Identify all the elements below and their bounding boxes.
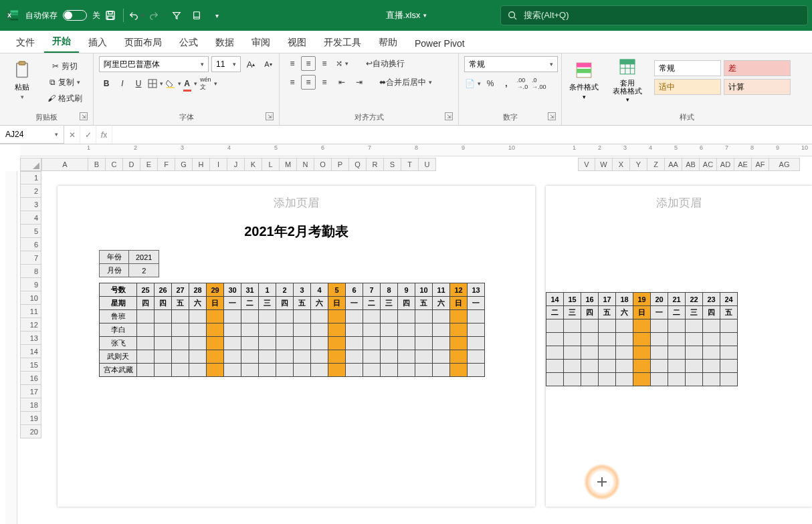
menu-tab-3[interactable]: 页面布局 [116,33,170,53]
row-header[interactable]: 7 [20,251,41,265]
wrap-text-button[interactable]: ↩ 自动换行 [361,56,409,71]
menu-tab-10[interactable]: Power Pivot [407,34,473,53]
col-header[interactable]: W [595,158,613,171]
menu-tab-1[interactable]: 开始 [44,31,79,53]
col-header[interactable]: AE [734,158,752,171]
row-header[interactable]: 18 [20,398,41,412]
attendance-table-left[interactable]: 号数2526272829303112345678910111213星期四四五六日… [99,283,485,377]
col-header[interactable]: T [401,158,419,171]
col-header[interactable]: A [41,158,88,171]
col-header[interactable]: D [123,158,140,171]
align-middle-icon[interactable]: ≡ [301,56,316,71]
font-size-select[interactable]: 11 [211,56,241,72]
add-header-placeholder-2[interactable]: 添加页眉 [546,186,812,220]
col-header[interactable]: F [158,158,175,171]
touch-mode-icon[interactable] [188,7,205,24]
col-header[interactable]: R [367,158,384,171]
align-center-icon[interactable]: ≡ [301,75,316,90]
name-box[interactable]: AJ24▾ [0,126,64,144]
decrease-indent-icon[interactable]: ⇤ [334,75,349,90]
col-header[interactable]: O [314,158,332,171]
paste-button[interactable]: 粘贴▾ [5,56,39,103]
col-header[interactable]: H [193,158,210,171]
phonetic-button[interactable]: wén文 [199,76,218,91]
col-header[interactable]: K [245,158,262,171]
cancel-edit-icon[interactable]: ✕ [64,126,80,144]
align-left-icon[interactable]: ≡ [285,75,300,90]
col-header[interactable]: G [175,158,193,171]
row-header[interactable]: 6 [20,238,41,251]
formula-input[interactable] [112,126,812,144]
clipboard-dialog-icon[interactable]: ⇲ [80,112,88,120]
col-header[interactable]: Q [349,158,367,171]
menu-tab-8[interactable]: 开发工具 [316,33,369,53]
cut-button[interactable]: ✂剪切 [43,59,87,74]
col-header[interactable]: AF [752,158,769,171]
col-header[interactable]: E [140,158,158,171]
cell-style-good[interactable]: 适中 [654,79,721,95]
col-header[interactable]: L [262,158,280,171]
redo-button[interactable] [148,7,165,24]
increase-font-icon[interactable]: A▴ [243,57,258,72]
col-header[interactable]: AG [769,158,800,171]
cell-style-calc[interactable]: 计算 [724,79,791,95]
col-header[interactable]: V [578,158,595,171]
filter-icon[interactable] [168,7,185,24]
col-header[interactable]: AB [682,158,700,171]
format-painter-button[interactable]: 🖌格式刷 [43,91,87,106]
add-header-placeholder[interactable]: 添加页眉 [58,186,535,220]
alignment-dialog-icon[interactable]: ⇲ [445,112,453,120]
number-format-select[interactable]: 常规 [464,56,558,72]
col-header[interactable]: AD [717,158,734,171]
save-icon[interactable] [102,7,119,24]
autosave-toggle[interactable] [63,10,87,21]
menu-tab-0[interactable]: 文件 [8,33,43,53]
col-header[interactable]: P [332,158,349,171]
row-header[interactable]: 13 [20,332,41,345]
row-header[interactable]: 14 [20,345,41,358]
col-header[interactable]: AC [700,158,717,171]
border-button[interactable] [147,76,164,91]
menu-tab-2[interactable]: 插入 [80,33,115,53]
row-header[interactable]: 20 [20,425,41,438]
row-header[interactable]: 3 [20,198,41,211]
increase-decimal-icon[interactable]: .00→.0 [515,76,530,91]
search-box[interactable]: 搜索(Alt+Q) [500,5,808,25]
row-header[interactable]: 9 [20,278,41,291]
undo-button[interactable] [128,7,145,24]
col-header[interactable]: I [210,158,227,171]
col-header[interactable]: X [613,158,630,171]
comma-format-icon[interactable]: , [499,76,514,91]
qat-customize-icon[interactable]: ▾ [208,7,225,24]
row-header[interactable]: 19 [20,412,41,425]
column-headers[interactable]: ABCDEFGHIJKLMNOPQRSTU [41,158,436,171]
row-header[interactable]: 15 [20,358,41,372]
row-header[interactable]: 17 [20,385,41,398]
confirm-edit-icon[interactable]: ✓ [80,126,96,144]
orientation-icon[interactable]: ⤭ [334,56,349,71]
conditional-format-button[interactable]: 条件格式▾ [567,56,601,103]
menu-tab-4[interactable]: 公式 [171,33,206,53]
font-name-select[interactable]: 阿里巴巴普惠体 [99,56,209,72]
col-header[interactable]: AA [665,158,682,171]
row-header[interactable]: 11 [20,305,41,318]
accounting-format-icon[interactable]: 📄 [464,76,482,91]
cell-style-normal[interactable]: 常规 [654,60,721,76]
col-header[interactable]: S [384,158,401,171]
align-top-icon[interactable]: ≡ [285,56,300,71]
row-header[interactable]: 16 [20,372,41,385]
align-bottom-icon[interactable]: ≡ [317,56,332,71]
worksheet-area[interactable]: 1122334455667788991010 ABCDEFGHIJKLMNOPQ… [0,144,812,524]
menu-tab-5[interactable]: 数据 [207,33,242,53]
increase-indent-icon[interactable]: ⇥ [352,75,367,90]
bold-button[interactable]: B [99,76,114,91]
cell-style-bad[interactable]: 差 [724,60,791,76]
font-dialog-icon[interactable]: ⇲ [266,112,274,120]
copy-button[interactable]: ⧉复制 [43,75,87,90]
col-header[interactable]: M [280,158,297,171]
row-header[interactable]: 2 [20,184,41,198]
row-header[interactable]: 8 [20,265,41,278]
fx-icon[interactable]: fx [96,126,112,144]
row-headers[interactable]: 1234567891011121314151617181920 [20,171,41,438]
row-header[interactable]: 1 [20,171,41,184]
